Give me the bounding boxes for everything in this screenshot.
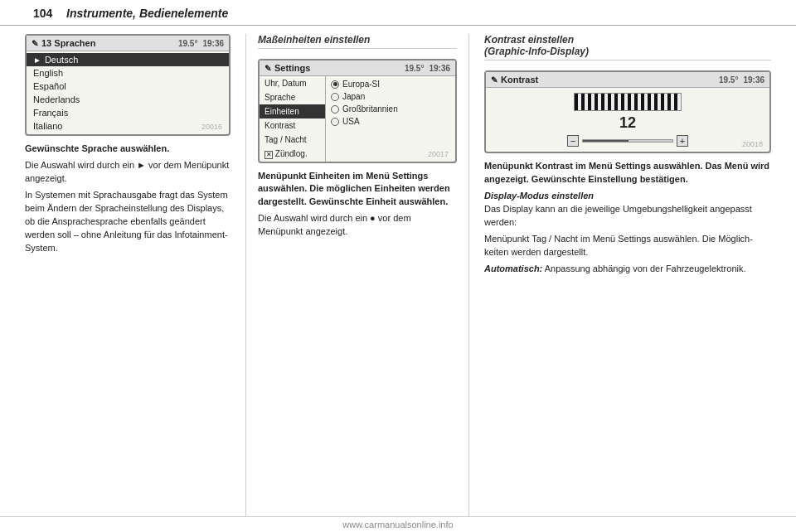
option-label-europa: Europa-SI xyxy=(342,80,380,89)
lang-label-english: English xyxy=(33,68,63,78)
screen-time-contrast: 19:36 xyxy=(743,75,764,85)
lang-label-francais: Français xyxy=(33,108,68,118)
lang-item-espanol[interactable]: Español xyxy=(27,80,229,93)
menu-item-zuendlog[interactable]: ✕ Zündlog. xyxy=(260,147,325,162)
language-screen: ✎ 13 Sprachen 19.5° 19:36 ► Deutsch Engl… xyxy=(25,34,231,136)
screen-info-settings: 19.5° 19:36 xyxy=(405,64,450,73)
screen-edit-icon: ✎ xyxy=(32,39,38,48)
lang-item-deutsch[interactable]: ► Deutsch xyxy=(27,53,229,66)
screen-time-settings: 19:36 xyxy=(429,64,450,73)
checkbox-zuendlog: ✕ xyxy=(265,151,273,159)
right-text-4: Anpassung abhängig von der Fahrzeugelekt… xyxy=(545,264,746,273)
lang-item-english[interactable]: English xyxy=(27,66,229,80)
menu-item-kontrast[interactable]: Kontrast xyxy=(260,118,325,133)
option-japan[interactable]: Japan xyxy=(331,90,450,103)
page-number: 104 xyxy=(33,7,66,20)
contrast-plus-btn[interactable]: + xyxy=(677,135,688,147)
option-label-usa: USA xyxy=(342,117,360,126)
footer-url: www.carmanualsonline.info xyxy=(342,520,453,530)
screen-info-contrast: 19.5° 19:36 xyxy=(719,75,764,85)
footer-bar: www.carmanualsonline.info xyxy=(0,516,796,532)
screen-temp-settings: 19.5° xyxy=(405,64,424,73)
right-text-2: Das Display kann an die jeweilige Umgebu… xyxy=(484,204,752,227)
contrast-slider-track[interactable] xyxy=(582,139,673,143)
content-area: ✎ 13 Sprachen 19.5° 19:36 ► Deutsch Engl… xyxy=(0,26,796,525)
screen-edit-icon-settings: ✎ xyxy=(265,64,271,73)
screen-watermark-lang: 20016 xyxy=(198,121,226,133)
radio-japan xyxy=(331,93,339,101)
option-label-gb: Großbritannien xyxy=(342,104,398,114)
lang-label-nederlands: Nederlands xyxy=(33,94,80,104)
middle-text-1: Menüpunkt Einheiten im Menü Settings aus… xyxy=(258,171,450,207)
menu-item-uhr[interactable]: Uhr, Datum xyxy=(260,76,325,90)
option-usa[interactable]: USA xyxy=(331,115,450,128)
contrast-stripe xyxy=(574,93,682,111)
screen-watermark-contrast: 20018 xyxy=(739,138,766,150)
screen-header-lang: ✎ 13 Sprachen 19.5° 19:36 xyxy=(27,36,229,51)
contrast-slider-row: − + xyxy=(567,135,688,147)
right-heading-line1: Kontrast einstellen xyxy=(484,34,574,46)
right-text-3: Menüpunkt Tag / Nacht im Menü Settings a… xyxy=(484,234,753,257)
left-text-3: In Systemen mit Sprachausgabe fragt das … xyxy=(25,190,228,253)
lang-label-espanol: Español xyxy=(33,81,66,91)
contrast-value: 12 xyxy=(619,114,636,132)
page-title: Instrumente, Bedienelemente xyxy=(66,7,228,20)
screen-title-settings: Settings xyxy=(274,63,405,73)
contrast-body: 12 − + xyxy=(486,88,769,152)
screen-temp-lang: 19.5° xyxy=(178,39,197,48)
screen-title-lang: 13 Sprachen xyxy=(41,38,178,48)
screen-temp-contrast: 19.5° xyxy=(719,75,738,85)
left-text-1: Gewünschte Sprache auswählen. xyxy=(25,143,169,153)
radio-europa xyxy=(331,80,339,89)
option-label-japan: Japan xyxy=(342,92,365,101)
screen-watermark-settings: 20017 xyxy=(425,148,452,160)
screen-header-contrast: ✎ Kontrast 19.5° 19:36 xyxy=(486,72,769,88)
right-section-heading: Kontrast einstellen (Graphic-Info-Displa… xyxy=(484,34,771,60)
right-text-1: Menüpunkt Kontrast im Menü Settings ausw… xyxy=(484,161,769,184)
middle-body-text: Menüpunkt Einheiten im Menü Settings aus… xyxy=(258,170,457,243)
lang-label-deutsch: Deutsch xyxy=(45,55,78,65)
radio-gb xyxy=(331,105,339,114)
left-column: ✎ 13 Sprachen 19.5° 19:36 ► Deutsch Engl… xyxy=(25,34,231,516)
menu-item-einheiten[interactable]: Einheiten xyxy=(260,104,325,118)
screen-title-contrast: Kontrast xyxy=(501,75,719,85)
screen-header-settings: ✎ Settings 19.5° 19:36 xyxy=(260,60,455,76)
middle-section-heading: Maßeinheiten einstellen xyxy=(258,34,457,49)
middle-text-2: Die Auswahl wird durch ein ● vor dem Men… xyxy=(258,213,411,236)
page-header: 104 Instrumente, Bedienelemente xyxy=(0,0,796,26)
right-column: Kontrast einstellen (Graphic-Info-Displa… xyxy=(484,34,771,516)
menu-item-tagnacht[interactable]: Tag / Nacht xyxy=(260,133,325,147)
lang-label-italiano: Italiano xyxy=(33,121,62,131)
middle-column: Maßeinheiten einstellen ✎ Settings 19.5°… xyxy=(245,34,469,516)
contrast-minus-btn[interactable]: − xyxy=(567,135,579,147)
left-text-2: Die Auswahl wird durch ein ► vor dem Men… xyxy=(25,160,229,183)
right-body-text: Menüpunkt Kontrast im Menü Settings ausw… xyxy=(484,160,771,279)
option-gb[interactable]: Großbritannien xyxy=(331,103,450,115)
radio-usa xyxy=(331,118,339,126)
right-text-label-auto: Automatisch: xyxy=(484,264,542,273)
screen-info-lang: 19.5° 19:36 xyxy=(178,39,224,48)
contrast-screen: ✎ Kontrast 19.5° 19:36 12 − + 20018 xyxy=(484,70,771,153)
settings-menu: Uhr, Datum Sprache Einheiten Kontrast Ta… xyxy=(260,76,326,162)
screen-edit-icon-contrast: ✎ xyxy=(491,75,498,85)
settings-screen: ✎ Settings 19.5° 19:36 Uhr, Datum Sprach… xyxy=(258,59,457,163)
lang-item-francais[interactable]: Français xyxy=(27,106,229,119)
screen-time-lang: 19:36 xyxy=(202,39,224,48)
left-body-text: Gewünschte Sprache auswählen. Die Auswah… xyxy=(25,143,231,259)
option-europa[interactable]: Europa-SI xyxy=(331,78,450,90)
selected-arrow: ► xyxy=(33,56,41,65)
contrast-slider-fill xyxy=(583,140,629,142)
right-text-label-displaymodus: Display-Modus einstellen xyxy=(484,191,594,201)
lang-item-nederlands[interactable]: Nederlands xyxy=(27,93,229,106)
right-heading-line2: (Graphic-Info-Display) xyxy=(484,46,589,57)
menu-item-sprache[interactable]: Sprache xyxy=(260,90,325,104)
